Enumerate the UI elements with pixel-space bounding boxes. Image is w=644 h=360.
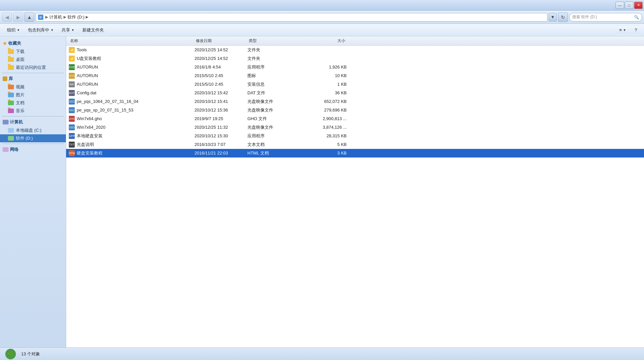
path-part-computer[interactable]: 计算机 (49, 14, 62, 20)
images-label: 图片 (16, 92, 24, 98)
file-date-cell: 2016/1/8 4:54 (194, 65, 247, 69)
file-type-icon: ISO (69, 124, 75, 130)
downloads-folder-icon (8, 49, 14, 54)
file-type-cell: 文件夹 (247, 47, 300, 53)
col-header-name[interactable]: 名称 (69, 38, 194, 44)
sidebar-item-drive-d[interactable]: 软件 (D:) (0, 134, 66, 142)
file-name: AUTORUN (77, 82, 98, 87)
include-library-button[interactable]: 包含到库中 ▼ (24, 25, 57, 35)
file-name: Win7x64_2020 (77, 125, 106, 130)
table-row[interactable]: INF AUTORUN 2015/5/10 2:45 安装信息 1 KB (66, 80, 644, 89)
sidebar-item-images[interactable]: 图片 (0, 91, 66, 99)
drive-c-icon (8, 128, 14, 133)
file-name-cell: ISO pe_yqs_1064_20_07_31_16_04 (69, 99, 194, 105)
sidebar-section-computer: 计算机 本地磁盘 (C:) 软件 (D:) (0, 118, 66, 142)
path-part-drive[interactable]: 软件 (D:) (67, 14, 84, 20)
sidebar-item-downloads[interactable]: 下载 (0, 48, 66, 56)
file-size-cell: 279,696 KB (300, 108, 347, 112)
address-path[interactable]: ⊞ ▶ 计算机 ▶ 软件 (D:) ▶ (36, 13, 547, 22)
view-button[interactable]: ≡ ▼ (616, 25, 630, 35)
table-row[interactable]: GHO Win7x64.gho 2019/9/7 19:25 GHO 文件 2,… (66, 114, 644, 123)
minimize-button[interactable]: — (616, 2, 624, 9)
sidebar-library-header[interactable]: 库 (0, 74, 66, 83)
table-row[interactable]: HTM 硬盘安装教程 2016/11/21 22:03 HTML 文档 3 KB (66, 149, 644, 158)
up-button[interactable]: ▲ (24, 13, 34, 22)
file-name: 硬盘安装教程 (77, 150, 103, 156)
file-date-cell: 2020/12/25 14:52 (194, 56, 247, 61)
file-date-cell: 2020/10/12 15:42 (194, 90, 247, 95)
sidebar-section-favorites: ★ 收藏夹 下载 桌面 最近访问的位置 (0, 39, 66, 71)
col-header-modified[interactable]: 修改日期 (194, 38, 247, 44)
close-button[interactable]: ✕ (634, 2, 643, 9)
file-name-cell: 📁 U盘安装教程 (69, 56, 194, 62)
sidebar-item-drive-c[interactable]: 本地磁盘 (C:) (0, 126, 66, 134)
sidebar-item-music[interactable]: 音乐 (0, 107, 66, 115)
file-type-cell: 文件夹 (247, 56, 300, 62)
file-type-cell: 光盘映像文件 (247, 124, 300, 130)
table-row[interactable]: 📁 Tools 2020/12/25 14:52 文件夹 (66, 46, 644, 54)
share-button[interactable]: 共享 ▼ (58, 25, 78, 35)
view-chevron: ▼ (623, 28, 626, 32)
refresh-button[interactable]: ↻ (558, 13, 568, 22)
file-name-cell: HTM 硬盘安装教程 (69, 150, 194, 156)
table-row[interactable]: ISO pe_yqs_1064_20_07_31_16_04 2020/10/1… (66, 97, 644, 106)
file-type-cell: 文本文档 (247, 142, 300, 148)
file-name-cell: GHO Win7x64.gho (69, 116, 194, 122)
maximize-button[interactable]: □ (625, 2, 633, 9)
file-type-icon: GHO (69, 116, 75, 122)
path-sep-2: ▶ (64, 15, 66, 19)
address-dropdown[interactable]: ▼ (549, 13, 557, 22)
table-row[interactable]: EXE AUTORUN 2016/1/8 4:54 应用程序 1,926 KB (66, 63, 644, 71)
sidebar-item-desktop[interactable]: 桌面 (0, 56, 66, 64)
new-folder-button[interactable]: 新建文件夹 (79, 25, 107, 35)
path-sep-1: ▶ (45, 15, 48, 19)
view-icon: ≡ (619, 27, 622, 32)
forward-button[interactable]: ▶ (13, 13, 23, 22)
file-name-cell: DAT Config.dat (69, 90, 194, 96)
file-name-cell: INF AUTORUN (69, 81, 194, 87)
sidebar-divider-1 (2, 73, 64, 73)
file-date-cell: 2016/10/23 7:07 (194, 142, 247, 147)
organize-button[interactable]: 组织 ▼ (3, 25, 23, 35)
music-label: 音乐 (16, 108, 24, 114)
sidebar-item-recent[interactable]: 最近访问的位置 (0, 64, 66, 71)
col-header-type[interactable]: 类型 (247, 38, 300, 44)
table-row[interactable]: TXT 光盘说明 2016/10/23 7:07 文本文档 5 KB (66, 140, 644, 149)
file-size-cell: 3 KB (300, 151, 347, 156)
status-bar: 🌿 13 个对象 (0, 347, 644, 360)
documents-label: 文档 (16, 100, 24, 106)
images-icon (8, 93, 14, 97)
file-type-cell: 应用程序 (247, 133, 300, 139)
network-label: 网络 (10, 147, 19, 153)
file-type-icon: TXT (69, 142, 75, 148)
sidebar-computer-header[interactable]: 计算机 (0, 118, 66, 126)
file-type-icon: EXE (69, 64, 75, 70)
sidebar-favorites-header[interactable]: ★ 收藏夹 (0, 39, 66, 48)
table-row[interactable]: ISO pe_yqs_xp_20_07_31_15_53 2020/10/12 … (66, 106, 644, 114)
sidebar-item-videos[interactable]: 视频 (0, 83, 66, 91)
file-type-cell: 光盘映像文件 (247, 99, 300, 105)
file-date-cell: 2019/9/7 19:25 (194, 116, 247, 121)
file-size-cell: 1 KB (300, 82, 347, 87)
help-button[interactable]: ? (631, 25, 641, 35)
file-date-cell: 2015/5/10 2:45 (194, 73, 247, 78)
file-type-icon: INF (69, 81, 75, 87)
file-type-cell: 安装信息 (247, 81, 300, 87)
computer-icon (3, 120, 9, 124)
file-date-cell: 2020/12/25 14:52 (194, 47, 247, 52)
table-row[interactable]: ISO Win7x64_2020 2020/12/25 11:32 光盘映像文件… (66, 123, 644, 132)
table-row[interactable]: APP 本地硬盘安装 2020/10/12 15:30 应用程序 28,315 … (66, 132, 644, 140)
table-row[interactable]: 📁 U盘安装教程 2020/12/25 14:52 文件夹 (66, 54, 644, 63)
search-bar[interactable]: 搜索 软件 (D:) 🔍 (569, 13, 642, 22)
sidebar-network-header[interactable]: 网络 (0, 145, 66, 154)
table-row[interactable]: ICO AUTORUN 2015/5/10 2:45 图标 10 KB (66, 71, 644, 80)
file-type-icon: DAT (69, 90, 75, 96)
status-icon: 🌿 (5, 349, 16, 359)
file-name: 本地硬盘安装 (77, 133, 103, 139)
sidebar-item-documents[interactable]: 文档 (0, 99, 66, 107)
col-header-size[interactable]: 大小 (300, 38, 347, 44)
address-bar: ◀ ▶ ▲ ⊞ ▶ 计算机 ▶ 软件 (D:) ▶ ▼ ↻ 搜索 软件 (D:)… (0, 11, 644, 24)
back-button[interactable]: ◀ (2, 13, 12, 22)
title-bar: — □ ✕ (0, 0, 644, 11)
table-row[interactable]: DAT Config.dat 2020/10/12 15:42 DAT 文件 3… (66, 89, 644, 97)
